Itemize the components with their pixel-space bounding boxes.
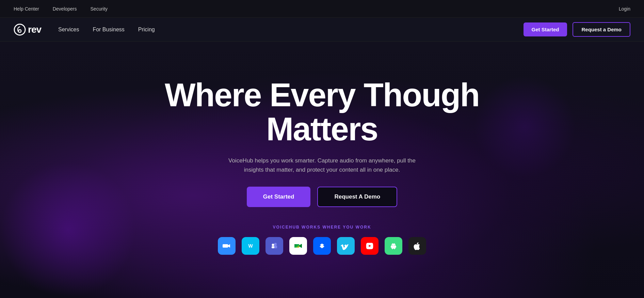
svg-point-16	[392, 245, 393, 246]
hero-request-demo-button[interactable]: Request A Demo	[317, 187, 397, 207]
teams-icon[interactable]	[265, 237, 283, 255]
webex-icon[interactable]: W	[242, 237, 259, 255]
rev-logo-icon	[14, 23, 26, 36]
nav-request-demo-button[interactable]: Request a Demo	[573, 22, 630, 37]
logo[interactable]: rev	[14, 23, 41, 36]
nav-links: Services For Business Pricing	[58, 27, 155, 33]
hero-subtitle: VoiceHub helps you work smarter. Capture…	[223, 156, 421, 174]
svg-point-7	[272, 244, 274, 246]
svg-text:W: W	[248, 243, 253, 249]
zoom-icon[interactable]	[218, 237, 236, 255]
google-meet-icon[interactable]	[289, 237, 307, 255]
svg-point-5	[274, 243, 277, 246]
nav-right: Get Started Request a Demo	[524, 22, 630, 37]
dropbox-icon[interactable]	[313, 237, 331, 255]
main-nav: rev Services For Business Pricing Get St…	[0, 18, 644, 42]
android-icon[interactable]	[385, 237, 402, 255]
works-label: VOICEHUB WORKS WHERE YOU WORK	[135, 225, 509, 230]
nav-pricing[interactable]: Pricing	[138, 27, 155, 33]
integrations-row: W	[135, 237, 509, 255]
svg-rect-8	[272, 246, 274, 248]
hero-content: Where Every Though Matters VoiceHub help…	[135, 78, 509, 255]
svg-rect-19	[396, 246, 396, 248]
hero-get-started-button[interactable]: Get Started	[247, 187, 311, 207]
nav-for-business[interactable]: For Business	[93, 27, 124, 33]
svg-rect-18	[391, 246, 391, 248]
logo-text: rev	[28, 24, 41, 35]
nav-services[interactable]: Services	[58, 27, 79, 33]
apple-icon[interactable]	[408, 237, 426, 255]
developers-link[interactable]: Developers	[53, 6, 77, 12]
youtube-icon[interactable]	[361, 237, 379, 255]
vimeo-icon[interactable]	[337, 237, 355, 255]
help-center-link[interactable]: Help Center	[14, 6, 39, 12]
hero-title: Where Every Though Matters	[135, 78, 509, 147]
svg-rect-12	[365, 241, 375, 251]
hero-section: Where Every Though Matters VoiceHub help…	[0, 42, 644, 298]
security-link[interactable]: Security	[91, 6, 108, 12]
login-link[interactable]: Login	[619, 6, 630, 12]
nav-left: rev Services For Business Pricing	[14, 23, 155, 36]
svg-rect-21	[394, 248, 395, 249]
svg-point-17	[394, 245, 395, 246]
nav-get-started-button[interactable]: Get Started	[524, 22, 567, 36]
top-bar-links: Help Center Developers Security	[14, 6, 108, 12]
hero-buttons: Get Started Request A Demo	[135, 187, 509, 207]
top-bar-right: Login	[619, 6, 630, 12]
svg-rect-20	[392, 248, 393, 249]
top-bar: Help Center Developers Security Login	[0, 0, 644, 18]
